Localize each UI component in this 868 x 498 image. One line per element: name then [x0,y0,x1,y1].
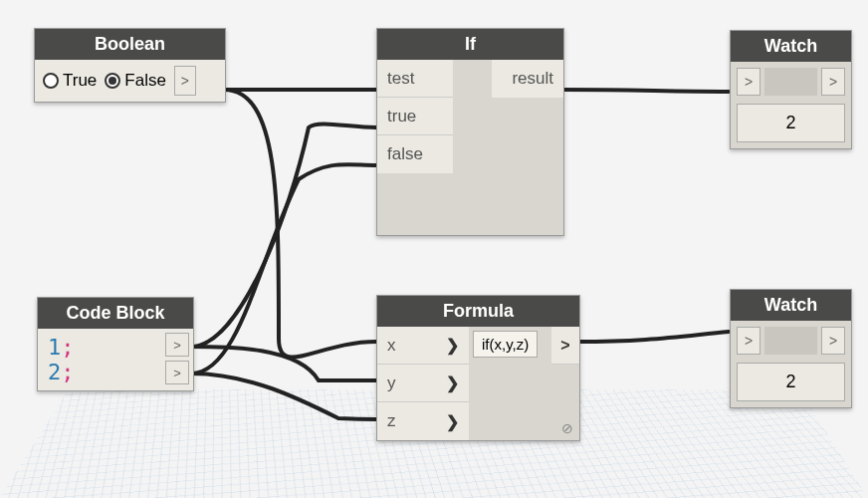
status-icon: ⊘ [561,420,573,436]
node-title: Boolean [35,29,225,60]
output-port-2[interactable]: > [165,361,189,384]
radio-false[interactable]: False [105,71,166,91]
watch-body: > > 2 [731,321,851,407]
input-port[interactable]: > [737,68,760,96]
input-port[interactable]: > [737,327,760,355]
output-ports: > > [165,333,189,386]
chevron-right-icon: ❯ [446,374,459,392]
radio-icon [43,73,59,89]
formula-node[interactable]: Formula x❯ y❯ z❯ if(x,y,z) > ⊘ [376,295,580,441]
radio-true[interactable]: True [43,71,97,91]
formula-body: x❯ y❯ z❯ if(x,y,z) > ⊘ [377,327,579,440]
watch-body: > > 2 [731,62,851,148]
watch-value: 2 [737,363,845,401]
spacer [764,68,817,96]
if-body: test true false result [377,60,563,235]
boolean-node[interactable]: Boolean True False > [34,28,226,103]
input-port-z[interactable]: z❯ [377,402,469,440]
codeblock-body: 1; 2; > > [38,329,193,390]
input-port-false[interactable]: false [377,135,453,173]
radio-label: False [124,71,166,91]
code-line-1: 1; [48,335,75,360]
chevron-right-icon: > [560,337,569,355]
node-title: If [377,29,563,60]
node-title: Formula [377,296,579,327]
output-port[interactable]: > [174,66,196,96]
node-title: Watch [731,290,851,321]
formula-expression[interactable]: if(x,y,z) [473,331,538,358]
chevron-right-icon: ❯ [446,336,459,355]
radio-label: True [63,71,97,91]
node-title: Code Block [38,298,193,329]
input-port-true[interactable]: true [377,98,453,135]
output-port-result[interactable]: > [551,327,579,365]
chevron-right-icon: ❯ [446,412,459,431]
if-node[interactable]: If test true false result [376,28,564,236]
boolean-body: True False > [35,60,225,102]
input-port-x[interactable]: x❯ [377,327,469,365]
output-port-1[interactable]: > [165,333,189,357]
input-port-test[interactable]: test [377,60,453,98]
radio-icon [105,73,120,89]
code-text[interactable]: 1; 2; [42,333,81,386]
watch-value: 2 [737,104,845,142]
node-title: Watch [731,31,851,62]
codeblock-node[interactable]: Code Block 1; 2; > > [37,297,194,391]
watch-node-2[interactable]: Watch > > 2 [730,289,852,408]
spacer [764,327,817,355]
output-port[interactable]: > [821,327,845,355]
output-port-result[interactable]: result [492,60,563,98]
code-line-2: 2; [48,360,75,384]
input-port-y[interactable]: y❯ [377,365,469,402]
watch-node-1[interactable]: Watch > > 2 [730,30,852,149]
output-port[interactable]: > [821,68,845,96]
